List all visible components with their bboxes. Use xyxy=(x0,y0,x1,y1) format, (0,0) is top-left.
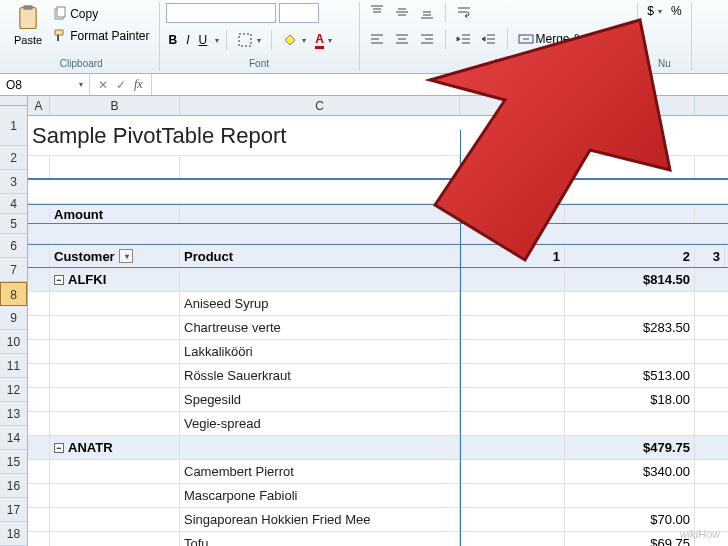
select-all-corner[interactable] xyxy=(0,96,28,106)
product-name[interactable]: Lakkalikööri xyxy=(180,340,460,363)
cell[interactable] xyxy=(460,436,565,459)
align-top-button[interactable] xyxy=(366,2,388,22)
fx-icon[interactable]: fx xyxy=(134,77,143,92)
merge-center-button[interactable]: Merge & Center ▾ xyxy=(515,29,632,49)
align-left-button[interactable] xyxy=(366,29,388,49)
row-header[interactable]: 3 xyxy=(0,170,27,194)
cell[interactable] xyxy=(28,156,50,178)
decrease-indent-button[interactable] xyxy=(453,29,475,49)
cell[interactable] xyxy=(50,460,180,483)
product-name[interactable]: Tofu xyxy=(180,532,460,546)
cell[interactable] xyxy=(460,340,565,363)
cell[interactable] xyxy=(28,245,50,267)
collapse-icon[interactable]: − xyxy=(54,443,64,453)
cell[interactable] xyxy=(28,388,50,411)
cell[interactable] xyxy=(460,364,565,387)
cell[interactable] xyxy=(180,156,460,178)
align-bottom-button[interactable] xyxy=(416,2,438,22)
cell[interactable] xyxy=(28,412,50,435)
cell[interactable] xyxy=(460,484,565,507)
cell[interactable] xyxy=(460,156,565,178)
product-amount[interactable] xyxy=(565,340,695,363)
row-header[interactable]: 13 xyxy=(0,402,27,426)
font-color-button[interactable]: A▾ xyxy=(312,30,335,51)
cell[interactable] xyxy=(460,460,565,483)
row-header[interactable]: 5 xyxy=(0,214,27,234)
cell[interactable]: 3 xyxy=(695,245,725,267)
cell[interactable] xyxy=(460,316,565,339)
cell[interactable] xyxy=(50,388,180,411)
row-header[interactable]: 6 xyxy=(0,234,27,258)
product-name[interactable]: Vegie-spread xyxy=(180,412,460,435)
product-amount[interactable]: $340.00 xyxy=(565,460,695,483)
fill-color-button[interactable]: ▾ xyxy=(279,30,309,50)
product-name[interactable]: Rössle Sauerkraut xyxy=(180,364,460,387)
cell[interactable] xyxy=(180,436,460,459)
cell[interactable] xyxy=(28,364,50,387)
collapse-icon[interactable]: − xyxy=(54,275,64,285)
format-painter-button[interactable]: Format Painter xyxy=(49,26,152,46)
row-header[interactable]: 10 xyxy=(0,330,27,354)
percent-button[interactable]: % xyxy=(668,2,685,20)
cell[interactable] xyxy=(50,316,180,339)
cell[interactable] xyxy=(180,268,460,291)
row-header[interactable]: 14 xyxy=(0,426,27,450)
col-header-e[interactable] xyxy=(460,96,565,115)
cell[interactable] xyxy=(50,532,180,546)
underline-button[interactable]: U xyxy=(196,31,211,49)
cell[interactable] xyxy=(50,292,180,315)
row-header[interactable]: 18 xyxy=(0,522,27,546)
product-name[interactable]: Camembert Pierrot xyxy=(180,460,460,483)
col-header-a[interactable]: A xyxy=(28,96,50,115)
border-button[interactable]: ▾ xyxy=(234,30,264,50)
cell[interactable] xyxy=(28,484,50,507)
cell[interactable]: −ALFKI xyxy=(50,268,180,291)
formula-input[interactable] xyxy=(151,74,728,95)
product-amount[interactable] xyxy=(565,292,695,315)
cancel-icon[interactable]: ✕ xyxy=(98,78,108,92)
product-amount[interactable]: $513.00 xyxy=(565,364,695,387)
row-header[interactable]: 8 xyxy=(0,282,27,306)
cell[interactable] xyxy=(28,508,50,531)
row-header[interactable]: 7 xyxy=(0,258,27,282)
bold-button[interactable]: B xyxy=(166,31,181,49)
cell[interactable] xyxy=(28,460,50,483)
product-amount[interactable]: $283.50 xyxy=(565,316,695,339)
cell[interactable]: Customer▾ xyxy=(50,245,180,267)
cell[interactable] xyxy=(50,340,180,363)
cell[interactable] xyxy=(460,205,565,223)
row-header[interactable]: 15 xyxy=(0,450,27,474)
product-amount[interactable] xyxy=(565,412,695,435)
cell[interactable] xyxy=(460,508,565,531)
cell[interactable] xyxy=(460,412,565,435)
cell[interactable] xyxy=(28,205,50,223)
cell[interactable] xyxy=(28,268,50,291)
currency-button[interactable]: $▾ xyxy=(644,2,665,20)
cell[interactable] xyxy=(28,436,50,459)
cell[interactable] xyxy=(565,205,695,223)
name-box[interactable]: O8 ▾ xyxy=(0,74,90,95)
cell[interactable] xyxy=(50,364,180,387)
filter-button[interactable]: ▾ xyxy=(119,249,133,263)
align-middle-button[interactable] xyxy=(391,2,413,22)
col-header-f[interactable]: F xyxy=(565,96,695,115)
row-header[interactable]: 12 xyxy=(0,378,27,402)
product-amount[interactable]: $70.00 xyxy=(565,508,695,531)
cell[interactable]: −ANATR xyxy=(50,436,180,459)
cell[interactable] xyxy=(180,205,460,223)
align-center-button[interactable] xyxy=(391,29,413,49)
italic-button[interactable]: I xyxy=(183,31,192,49)
cell[interactable] xyxy=(460,532,565,546)
product-name[interactable]: Spegesild xyxy=(180,388,460,411)
product-amount[interactable]: $69.75 xyxy=(565,532,695,546)
row-header[interactable]: 4 xyxy=(0,194,27,214)
cell[interactable] xyxy=(28,340,50,363)
cell[interactable] xyxy=(460,292,565,315)
cell[interactable]: 2 xyxy=(565,245,695,267)
row-header[interactable]: 16 xyxy=(0,474,27,498)
cell[interactable] xyxy=(50,156,180,178)
product-name[interactable]: Singaporean Hokkien Fried Mee xyxy=(180,508,460,531)
col-header-b[interactable]: B xyxy=(50,96,180,115)
product-amount[interactable] xyxy=(565,484,695,507)
cell[interactable] xyxy=(28,316,50,339)
